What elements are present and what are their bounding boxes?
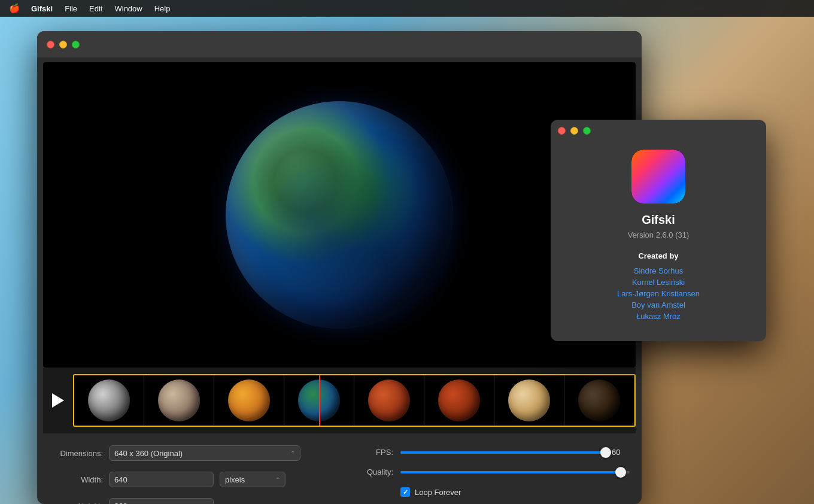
loop-checkbox[interactable]: ✓ [400,487,410,497]
about-close-button[interactable] [558,127,566,135]
quality-row: Quality: [351,467,630,476]
about-created-by-label: Created by [638,251,678,260]
film-frame-venus [214,375,284,426]
earth-image [226,101,453,329]
dimensions-select[interactable]: 640 x 360 (Original) ⌃ [109,445,300,461]
film-frame-mars2 [424,375,494,426]
film-frame-earth [284,375,354,426]
menubar: 🍎 Gifski File Edit Window Help [0,0,814,17]
right-controls: FPS: 60 Quality: [351,445,630,504]
app-icon-gradient [631,150,685,204]
apple-menu[interactable]: 🍎 [10,4,19,13]
fps-slider-thumb[interactable] [600,447,611,458]
contributor-lars[interactable]: Lars-Jørgen Kristiansen [617,289,700,298]
fps-slider-container: 60 [400,448,630,457]
planet-thumbnail-mars2 [438,379,480,421]
play-button[interactable] [43,368,73,433]
width-row: Width: pixels ⌃ [49,472,327,487]
menubar-app-name[interactable]: Gifski [31,4,53,13]
play-icon [52,393,64,408]
film-frame-moon [74,375,144,426]
width-label: Width: [49,475,103,484]
window-titlebar [37,31,642,57]
fps-row: FPS: 60 [351,448,630,457]
fps-slider-fill [400,451,606,454]
check-icon: ✓ [403,488,408,496]
film-frame-mercury [144,375,214,426]
unit-chevron-icon: ⌃ [275,476,280,483]
contributor-boy[interactable]: Boy van Amstel [631,300,685,309]
height-input[interactable] [109,498,214,504]
quality-slider-container [400,471,630,473]
width-input[interactable] [109,472,214,487]
loop-row: ✓ Loop Forever [351,487,630,497]
menubar-window[interactable]: Window [114,4,142,13]
contributor-kornel[interactable]: Kornel Lesiński [632,278,685,287]
fps-value: 60 [612,448,630,457]
fps-slider-track[interactable] [400,451,606,454]
dimensions-row: Dimensions: 640 x 360 (Original) ⌃ [49,445,327,461]
timeline-area [43,368,636,433]
about-version: Version 2.6.0 (31) [628,230,690,239]
about-titlebar [551,120,766,141]
quality-slider-thumb[interactable] [615,467,626,478]
about-app-name: Gifski [642,213,675,227]
planet-thumbnail-mars [368,379,410,421]
quality-label: Quality: [351,467,393,476]
chevron-down-icon: ⌃ [290,450,295,457]
unit-select[interactable]: pixels ⌃ [220,472,285,487]
menubar-help[interactable]: Help [154,4,171,13]
planet-thumbnail-mercury [158,379,200,421]
fps-label: FPS: [351,448,393,457]
filmstrip[interactable] [73,374,636,427]
about-dialog: Gifski Version 2.6.0 (31) Created by Sin… [551,120,766,341]
height-label: Height: [49,502,103,505]
contributor-sindre[interactable]: Sindre Sorhus [634,266,683,275]
film-frame-dark [564,375,634,426]
about-maximize-button[interactable] [583,127,591,135]
controls-area: Dimensions: 640 x 360 (Original) ⌃ Width… [37,433,642,504]
quality-slider-fill [400,471,621,473]
window-close-button[interactable] [47,41,54,48]
unit-value: pixels [225,475,245,484]
playhead [319,375,320,426]
video-preview [43,62,636,368]
film-frame-jupiter [494,375,564,426]
planet-thumbnail-venus [228,379,270,421]
planet-thumbnail-moon [88,379,130,421]
about-app-icon [631,150,685,204]
dimensions-label: Dimensions: [49,449,103,458]
quality-slider-track[interactable] [400,471,630,473]
height-row: Height: [49,498,327,504]
planet-thumbnail-jupiter [508,379,550,421]
dimensions-value: 640 x 360 (Original) [114,449,183,458]
planet-thumbnail-dark [578,379,620,421]
menubar-edit[interactable]: Edit [89,4,102,13]
window-minimize-button[interactable] [59,41,67,48]
window-maximize-button[interactable] [72,41,80,48]
loop-label: Loop Forever [415,488,461,497]
earth-container [43,62,636,368]
contributor-lukasz[interactable]: Łukasz Mróz [636,312,681,321]
film-frame-mars [354,375,424,426]
menubar-file[interactable]: File [65,4,77,13]
left-controls: Dimensions: 640 x 360 (Original) ⌃ Width… [49,445,327,504]
about-minimize-button[interactable] [570,127,578,135]
